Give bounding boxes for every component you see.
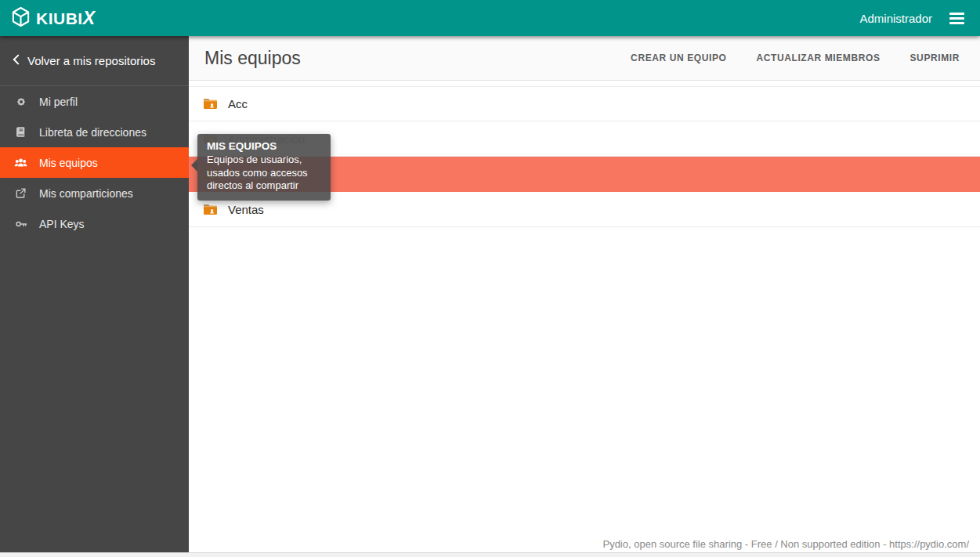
sidebar-item-api-keys[interactable]: API Keys (0, 208, 189, 239)
team-name: Acc (228, 97, 248, 110)
key-icon (14, 217, 27, 230)
app-window: KIUBIX Administrador Volver a mis reposi… (0, 0, 980, 557)
toolbar-actions: CREAR UN EQUIPO ACTUALIZAR MIEMBROS SUPR… (631, 49, 960, 67)
address-book-icon (14, 125, 27, 139)
delete-button[interactable]: SUPRIMIR (910, 49, 960, 67)
back-label: Volver a mis repositorios (27, 54, 155, 67)
team-row-acc[interactable]: Acc (189, 86, 980, 121)
sidebar-item-label: Mi perfil (39, 96, 78, 108)
team-name: Ventas (228, 203, 264, 216)
sidebar-item-mi-perfil[interactable]: Mi perfil (0, 86, 189, 117)
team-folder-icon (203, 98, 218, 110)
tooltip-body: Equipos de usuarios, usados como accesos… (207, 154, 321, 193)
chevron-left-icon (13, 54, 20, 67)
tooltip-arrow-left (191, 159, 197, 172)
people-group-icon (14, 156, 27, 169)
sidebar-item-libreta[interactable]: Libreta de direcciones (0, 117, 189, 147)
brand-name: KIUBIX (36, 8, 96, 29)
sidebar-menu: Mi perfil Libreta de direcciones (0, 86, 189, 239)
create-team-button[interactable]: CREAR UN EQUIPO (631, 49, 726, 67)
sidebar-item-mis-comparticiones[interactable]: Mis comparticiones (0, 178, 189, 208)
team-folder-icon (203, 204, 218, 215)
page-toolbar: Mis equipos CREAR UN EQUIPO ACTUALIZAR M… (189, 36, 980, 81)
page-title: Mis equipos (204, 48, 301, 69)
tooltip-title: MIS EQUIPOS (207, 140, 321, 152)
topbar-right-group: Administrador (859, 9, 966, 28)
gear-icon (14, 95, 27, 108)
sidebar: Volver a mis repositorios Mi perfil (0, 36, 189, 552)
mis-equipos-tooltip: MIS EQUIPOS Equipos de usuarios, usados … (197, 134, 331, 201)
share-icon (14, 186, 27, 200)
sidebar-item-label: Libreta de direcciones (39, 126, 146, 139)
top-app-bar: KIUBIX Administrador (0, 0, 980, 36)
main-panel: Mis equipos CREAR UN EQUIPO ACTUALIZAR M… (189, 36, 980, 552)
bottom-edge-strip (0, 552, 980, 557)
pydio-footer-text: Pydio, open source file sharing - Free /… (602, 538, 969, 550)
back-to-repositories-link[interactable]: Volver a mis repositorios (0, 36, 189, 86)
hamburger-menu-icon[interactable] (948, 9, 966, 28)
cube-logo-icon (11, 6, 31, 31)
update-members-button[interactable]: ACTUALIZAR MIEMBROS (756, 49, 880, 67)
user-menu[interactable]: Administrador (859, 12, 932, 25)
sidebar-item-label: API Keys (39, 218, 85, 230)
sidebar-item-label: Mis comparticiones (39, 187, 133, 200)
brand-logo[interactable]: KIUBIX (11, 6, 96, 31)
sidebar-item-label: Mis equipos (39, 157, 98, 169)
sidebar-item-mis-equipos[interactable]: Mis equipos (0, 147, 189, 178)
